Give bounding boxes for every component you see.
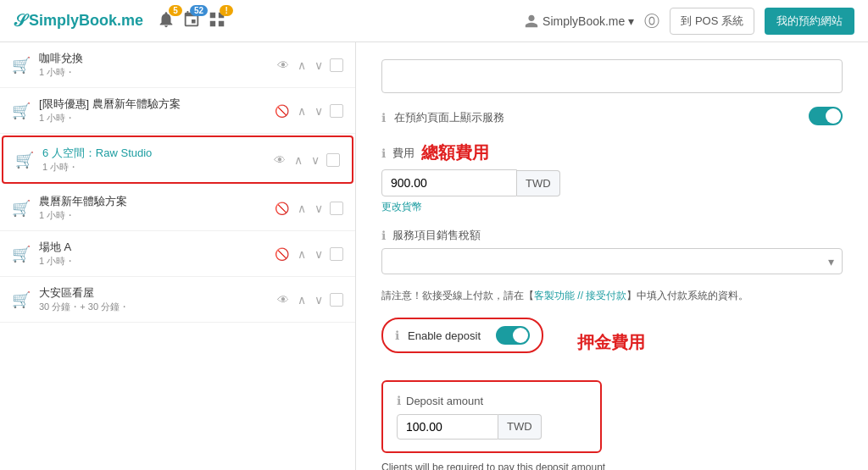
user-label: SimplyBook.me [542, 14, 625, 28]
fee-input[interactable] [381, 169, 517, 196]
deposit-label-big: 押金費用 [577, 331, 645, 354]
service-actions-6: 👁 ∧ ∨ [275, 291, 343, 308]
checkbox-3[interactable] [326, 153, 340, 167]
visibility-icon-2[interactable]: 🚫 [273, 102, 291, 119]
deposit-input[interactable] [397, 414, 498, 440]
bell-icon-wrap[interactable]: 5 [157, 10, 175, 31]
up-icon-4[interactable]: ∧ [296, 200, 308, 217]
service-duration-1: 1 小時・ [39, 66, 267, 79]
service-info-1: 咖啡兌換 1 小時・ [39, 51, 267, 79]
enable-deposit-area: ℹ Enable deposit 押金費用 [381, 318, 843, 367]
deposit-amount-info-icon[interactable]: ℹ [397, 394, 401, 407]
service-info-3: 6 人空間：Raw Studio 1 小時・ [42, 146, 264, 174]
service-info-6: 大安區看屋 30 分鐘・+ 30 分鐘・ [39, 285, 267, 313]
deposit-amount-label: Deposit amount [406, 395, 483, 407]
fee-input-row: TWD [381, 169, 843, 196]
visibility-icon-3[interactable]: 👁 [272, 152, 287, 169]
deposit-toggle[interactable] [496, 326, 530, 345]
show-on-page-label: 在預約頁面上顯示服務 [394, 110, 504, 125]
up-icon-6[interactable]: ∧ [296, 291, 308, 308]
deposit-info-icon[interactable]: ℹ [395, 329, 399, 342]
user-dropdown[interactable]: SimplyBook.me ▾ [524, 14, 634, 29]
nav-right: SimplyBook.me ▾ ⓪ 到 POS 系統 我的預約網站 [524, 8, 854, 35]
enable-deposit-label: Enable deposit [408, 329, 481, 342]
checkbox-5[interactable] [330, 247, 343, 261]
service-name-2: [限時優惠] 農曆新年體驗方案 [39, 97, 264, 112]
fee-label: 費用 [392, 146, 415, 161]
sidebar: 🛒 咖啡兌換 1 小時・ 👁 ∧ ∨ 🛒 [限時優惠] 農曆新年體驗方案 1 小… [0, 42, 356, 470]
visibility-icon-4[interactable]: 🚫 [273, 200, 291, 217]
visibility-icon-6[interactable]: 👁 [275, 291, 291, 308]
down-icon-6[interactable]: ∨ [313, 291, 325, 308]
service-actions-1: 👁 ∧ ∨ [275, 57, 343, 74]
notice-text: 請注意！欲接受線上付款，請在【客製功能 // 接受付款】中填入付款系統的資料。 [381, 288, 843, 304]
fee-info-icon[interactable]: ℹ [381, 147, 386, 160]
top-navbar: 𝒮 SimplyBook.me 5 52 ! SimplyBook.me ▾ [0, 0, 868, 42]
service-name-4: 農曆新年體驗方案 [39, 194, 264, 209]
logo-text: SimplyBook.me [29, 12, 143, 30]
bell-badge: 5 [169, 5, 182, 16]
layout: 🛒 咖啡兌換 1 小時・ 👁 ∧ ∨ 🛒 [限時優惠] 農曆新年體驗方案 1 小… [0, 42, 868, 470]
checkbox-1[interactable] [330, 58, 343, 72]
service-duration-6: 30 分鐘・+ 30 分鐘・ [39, 301, 267, 313]
visibility-icon-1[interactable]: 👁 [275, 57, 291, 74]
service-name-1: 咖啡兌換 [39, 51, 267, 66]
up-icon-3[interactable]: ∧ [292, 152, 304, 169]
service-name-6: 大安區看屋 [39, 285, 267, 301]
grid-icon-wrap[interactable]: ! [208, 10, 226, 31]
deposit-input-row: TWD [397, 414, 587, 440]
top-input-placeholder[interactable] [381, 59, 843, 93]
show-info-icon[interactable]: ℹ [381, 111, 386, 124]
down-icon-3[interactable]: ∨ [309, 152, 321, 169]
user-icon [524, 14, 539, 29]
down-icon-2[interactable]: ∨ [313, 102, 325, 119]
logo[interactable]: 𝒮 SimplyBook.me [14, 11, 143, 30]
service-info-2: [限時優惠] 農曆新年體驗方案 1 小時・ [39, 97, 264, 124]
fee-label-big: 總額費用 [421, 141, 489, 164]
up-icon-1[interactable]: ∧ [296, 57, 308, 74]
nav-icons: 5 52 ! [157, 10, 226, 31]
service-duration-4: 1 小時・ [39, 209, 264, 222]
down-icon-4[interactable]: ∨ [313, 200, 325, 217]
tax-select[interactable] [381, 248, 843, 274]
service-actions-3: 👁 ∧ ∨ [272, 152, 340, 169]
fee-section: ℹ 費用 總額費用 TWD 更改貨幣 [381, 141, 843, 214]
tax-info-icon[interactable]: ℹ [381, 229, 386, 242]
service-item-6[interactable]: 🛒 大安區看屋 30 分鐘・+ 30 分鐘・ 👁 ∧ ∨ [0, 277, 355, 323]
checkbox-6[interactable] [330, 293, 343, 307]
service-actions-2: 🚫 ∧ ∨ [273, 102, 343, 119]
service-item-5[interactable]: 🛒 場地 A 1 小時・ 🚫 ∧ ∨ [0, 231, 355, 277]
service-actions-4: 🚫 ∧ ∨ [273, 200, 343, 217]
pos-button[interactable]: 到 POS 系統 [670, 8, 754, 35]
notice-link[interactable]: 客製功能 // 接受付款 [534, 290, 626, 301]
service-item-4[interactable]: 🛒 農曆新年體驗方案 1 小時・ 🚫 ∧ ∨ [0, 185, 355, 231]
deposit-note: Clients will be required to pay this dep… [381, 462, 843, 470]
cart-icon-1: 🛒 [12, 56, 31, 75]
service-info-5: 場地 A 1 小時・ [39, 240, 264, 268]
checkbox-4[interactable] [330, 202, 343, 215]
booking-button[interactable]: 我的預約網站 [765, 8, 854, 35]
show-toggle[interactable] [809, 107, 843, 125]
calendar-badge: 52 [190, 5, 208, 16]
up-icon-5[interactable]: ∧ [296, 246, 308, 263]
tax-section: ℹ 服務項目銷售稅額 ▾ [381, 228, 843, 274]
nav-left: 𝒮 SimplyBook.me 5 52 ! [14, 10, 226, 31]
service-item-1[interactable]: 🛒 咖啡兌換 1 小時・ 👁 ∧ ∨ [0, 42, 355, 88]
service-duration-3: 1 小時・ [42, 161, 264, 174]
down-icon-1[interactable]: ∨ [313, 57, 325, 74]
service-name-3: 6 人空間：Raw Studio [42, 146, 264, 161]
grid-badge: ! [220, 5, 233, 16]
down-icon-5[interactable]: ∨ [313, 246, 325, 263]
deposit-box: ℹ Deposit amount TWD [381, 380, 602, 453]
change-currency-link[interactable]: 更改貨幣 [381, 200, 843, 214]
up-icon-2[interactable]: ∧ [296, 102, 308, 119]
visibility-icon-5[interactable]: 🚫 [273, 246, 291, 263]
help-button[interactable]: ⓪ [644, 11, 659, 31]
service-item-2[interactable]: 🛒 [限時優惠] 農曆新年體驗方案 1 小時・ 🚫 ∧ ∨ [0, 88, 355, 134]
deposit-currency: TWD [498, 414, 542, 440]
service-item-3[interactable]: 🛒 6 人空間：Raw Studio 1 小時・ 👁 ∧ ∨ [2, 135, 353, 184]
calendar-icon-wrap[interactable]: 52 [182, 10, 201, 31]
tax-label-row: ℹ 服務項目銷售稅額 [381, 228, 843, 243]
checkbox-2[interactable] [330, 104, 343, 118]
fee-label-row: ℹ 費用 總額費用 [381, 141, 843, 164]
